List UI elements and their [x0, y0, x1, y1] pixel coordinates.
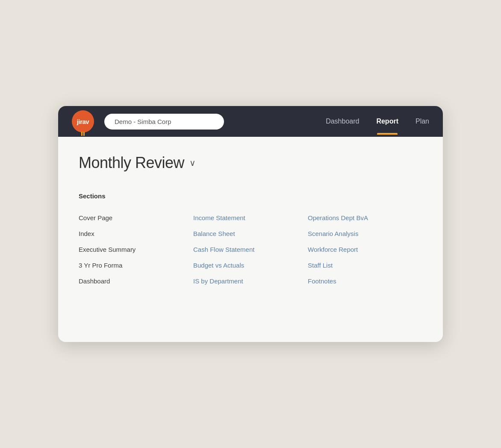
list-item[interactable]: Operations Dept BvA	[308, 210, 422, 226]
list-item[interactable]: Income Statement	[193, 210, 308, 226]
list-item[interactable]: Executive Summary	[79, 242, 193, 257]
list-item[interactable]: IS by Department	[193, 273, 308, 289]
nav-dashboard[interactable]: Dashboard	[326, 118, 359, 125]
company-search-input[interactable]	[104, 114, 224, 130]
list-item[interactable]: Index	[79, 226, 193, 242]
list-item[interactable]: Cover Page	[79, 210, 193, 226]
title-dropdown-icon[interactable]: ∨	[189, 158, 196, 168]
list-item[interactable]: Scenario Analysis	[308, 226, 422, 242]
section-column-1: Cover Page Index Executive Summary 3 Yr …	[79, 210, 193, 289]
logo-text: jirav	[77, 118, 89, 125]
page-title-row: Monthly Review ∨	[79, 154, 422, 172]
list-item[interactable]: 3 Yr Pro Forma	[79, 257, 193, 273]
list-item[interactable]: Workforce Report	[308, 242, 422, 257]
section-column-3: Operations Dept BvA Scenario Analysis Wo…	[308, 210, 422, 289]
sections-grid: Cover Page Index Executive Summary 3 Yr …	[79, 210, 422, 289]
list-item[interactable]: Footnotes	[308, 273, 422, 289]
list-item[interactable]: Dashboard	[79, 273, 193, 289]
nav-links: Dashboard Report Plan	[326, 118, 429, 125]
nav-plan[interactable]: Plan	[416, 118, 429, 125]
main-content: Monthly Review ∨ Sections Cover Page Ind…	[58, 137, 443, 342]
giraffe-icon	[80, 132, 85, 136]
app-container: jirav Dashboard Report Plan Monthly Revi…	[58, 106, 443, 342]
list-item[interactable]: Balance Sheet	[193, 226, 308, 242]
logo[interactable]: jirav	[72, 110, 94, 133]
list-item[interactable]: Budget vs Actuals	[193, 257, 308, 273]
nav-report[interactable]: Report	[376, 118, 398, 125]
list-item[interactable]: Cash Flow Statement	[193, 242, 308, 257]
section-column-2: Income Statement Balance Sheet Cash Flow…	[193, 210, 308, 289]
page-title: Monthly Review	[79, 154, 184, 172]
sections-label: Sections	[79, 192, 422, 200]
navbar: jirav Dashboard Report Plan	[58, 106, 443, 137]
list-item[interactable]: Staff List	[308, 257, 422, 273]
